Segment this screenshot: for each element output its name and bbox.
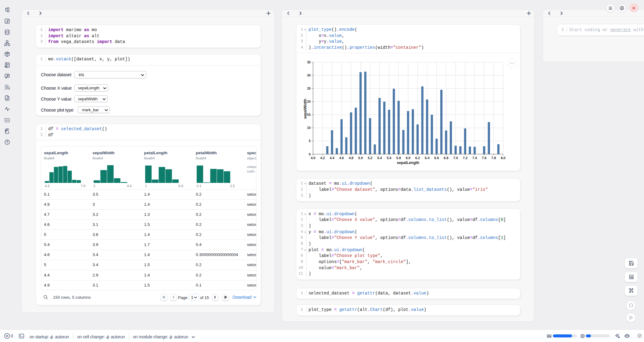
svg-text:4.2: 4.2 — [320, 156, 325, 160]
svg-text:20: 20 — [307, 100, 311, 103]
svg-text:7.6: 7.6 — [482, 156, 486, 160]
svg-text:6.6: 6.6 — [434, 156, 439, 160]
svg-text:30: 30 — [307, 73, 311, 77]
svg-text:5.2: 5.2 — [368, 156, 372, 160]
svg-text:7.2: 7.2 — [463, 156, 467, 160]
svg-text:10: 10 — [307, 126, 311, 130]
svg-text:8.0: 8.0 — [501, 156, 505, 160]
svg-text:5.6: 5.6 — [387, 156, 391, 160]
svg-text:6.2: 6.2 — [415, 156, 420, 160]
svg-text:5: 5 — [309, 139, 310, 143]
svg-text:0: 0 — [309, 152, 310, 156]
svg-text:15: 15 — [307, 113, 311, 116]
svg-text:6.4: 6.4 — [425, 156, 430, 160]
svg-text:7.0: 7.0 — [453, 156, 458, 160]
svg-text:4.0: 4.0 — [311, 156, 315, 160]
svg-text:5.8: 5.8 — [396, 156, 401, 160]
svg-text:sepalLength: sepalLength — [397, 161, 419, 165]
svg-text:4.4: 4.4 — [330, 156, 335, 160]
svg-text:4.6: 4.6 — [339, 156, 344, 160]
svg-text:6.8: 6.8 — [444, 156, 448, 160]
svg-text:sepalWidth: sepalWidth — [303, 99, 307, 119]
svg-text:5.0: 5.0 — [358, 156, 363, 160]
svg-text:25: 25 — [307, 87, 311, 90]
svg-text:6.0: 6.0 — [406, 156, 410, 160]
svg-text:7.4: 7.4 — [472, 156, 477, 160]
svg-text:5.4: 5.4 — [377, 156, 382, 160]
svg-text:7.8: 7.8 — [491, 156, 496, 160]
svg-text:35: 35 — [307, 60, 311, 64]
svg-text:4.8: 4.8 — [349, 156, 353, 160]
